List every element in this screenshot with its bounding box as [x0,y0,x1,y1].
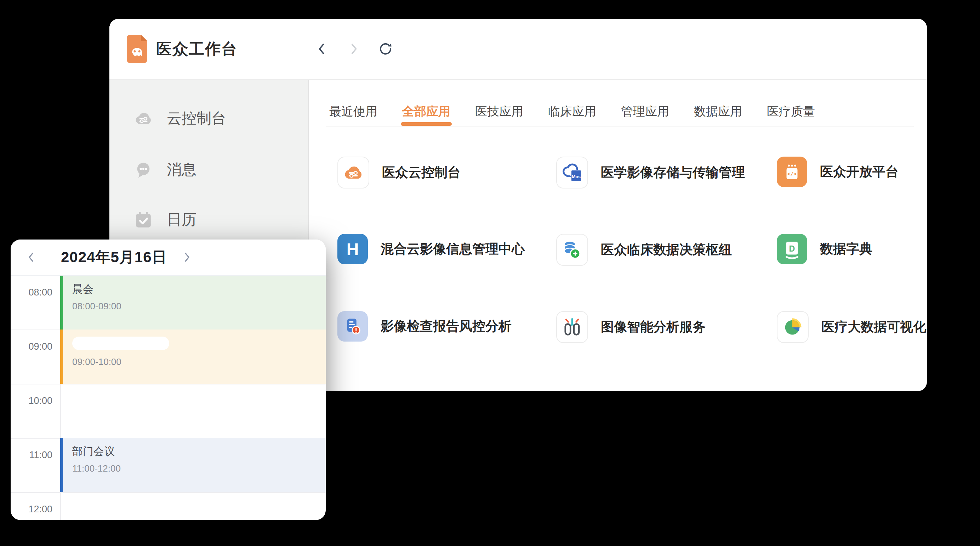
calendar-check-icon [134,210,153,230]
app-title: 医众工作台 [156,19,237,79]
message-bubble-icon [134,160,153,180]
app-image-storage[interactable]: Mos 医学影像存储与传输管理 [556,156,745,188]
app-label: 医众开放平台 [820,163,899,181]
event-time: 09:00-10:00 [72,356,326,367]
app-label: 医学影像存储与传输管理 [601,164,745,181]
calendar-day-grid: 08:00 09:00 10:00 11:00 12:00 晨会 08:00-0… [11,276,326,520]
app-image-ai-analysis[interactable]: 图像智能分析服务 [556,311,706,343]
time-label: 09:00 [11,341,52,352]
calendar-event-department-meeting[interactable]: 部门会议 11:00-12:00 [60,438,326,492]
forward-button[interactable] [346,41,361,57]
calendar-prev-button[interactable] [21,239,41,275]
calendar-next-button[interactable] [177,239,197,275]
tab-management-apps[interactable]: 管理应用 [621,103,669,126]
open-platform-code-icon: </> [777,156,807,187]
lungs-icon [556,311,588,343]
calendar-header: 2024年5月16日 [11,239,326,276]
letter-h-icon: H [337,234,368,264]
svg-text:</>: </> [788,171,797,177]
app-report-risk-analysis[interactable]: 影像检查报告风控分析 [337,311,512,342]
dictionary-book-icon: D [777,234,807,264]
calendar-date: 2024年5月16日 [61,239,167,275]
app-hybrid-cloud-imaging[interactable]: H 混合云影像信息管理中心 [337,234,525,264]
database-plus-icon [556,234,588,266]
app-label: 混合云影像信息管理中心 [380,240,525,258]
refresh-button[interactable] [378,41,393,57]
sidebar-item-calendar[interactable]: 日历 [134,208,197,231]
tab-quality[interactable]: 医疗质量 [767,103,815,126]
window-header: 医众工作台 [110,19,927,80]
app-logo-icon [127,35,147,63]
sidebar-item-cloud-console[interactable]: 云控制台 [134,107,226,130]
time-label: 11:00 [11,450,52,461]
tab-medtech-apps[interactable]: 医技应用 [475,103,523,126]
app-label: 数据字典 [820,240,872,258]
tab-clinical-apps[interactable]: 临床应用 [548,103,596,126]
event-title: 晨会 [72,282,326,297]
header-nav [314,19,393,79]
hour-line [11,492,326,493]
sidebar-item-label: 云控制台 [167,109,226,128]
app-label: 医疗大数据可视化 [821,318,926,336]
app-label: 图像智能分析服务 [601,318,706,336]
calendar-panel: 2024年5月16日 08:00 09:00 10:00 11:00 12:00… [11,239,326,520]
sidebar-item-messages[interactable]: 消息 [134,158,197,181]
svg-text:Mos: Mos [572,174,581,179]
desktop-canvas: { "window": { "title": "医众工作台" }, "heade… [0,0,980,546]
cloud-storage-icon: Mos [556,156,588,188]
app-bigdata-visualization[interactable]: 医疗大数据可视化 [777,311,926,343]
hour-line [11,384,326,385]
report-alert-icon [337,311,368,342]
app-category-tabs: 最近使用 全部应用 医技应用 临床应用 管理应用 数据应用 医疗质量 [329,103,815,126]
svg-text:D: D [789,244,795,253]
event-time: 11:00-12:00 [72,463,326,474]
time-label: 08:00 [11,287,52,298]
tab-recent[interactable]: 最近使用 [329,103,377,126]
pie-chart-icon [777,311,809,343]
app-clinical-data-hub[interactable]: 医众临床数据决策枢纽 [556,234,732,266]
time-label: 10:00 [11,396,52,406]
event-title-redacted [72,337,169,350]
app-open-platform[interactable]: </> 医众开放平台 [777,156,899,187]
tab-all-apps[interactable]: 全部应用 [402,103,450,126]
tab-data-apps[interactable]: 数据应用 [694,103,742,126]
back-button[interactable] [314,41,329,57]
app-data-dictionary[interactable]: D 数据字典 [777,234,872,264]
event-time: 08:00-09:00 [72,301,326,312]
sidebar-item-label: 日历 [167,210,197,230]
app-label: 医众云控制台 [382,164,461,181]
sidebar-item-label: 消息 [167,160,197,180]
event-title: 部门会议 [72,444,326,459]
app-label: 医众临床数据决策枢纽 [601,241,732,259]
time-label: 12:00 [11,504,52,515]
calendar-event-morning-meeting[interactable]: 晨会 08:00-09:00 [60,276,326,329]
tabs-divider [326,126,914,126]
calendar-event-redacted[interactable]: 09:00-10:00 [60,329,326,384]
app-cloud-console[interactable]: 医众云控制台 [337,156,461,188]
app-label: 影像检查报告风控分析 [380,318,512,335]
cloud-sliders-icon [337,156,369,188]
cloud-settings-icon [134,109,153,128]
